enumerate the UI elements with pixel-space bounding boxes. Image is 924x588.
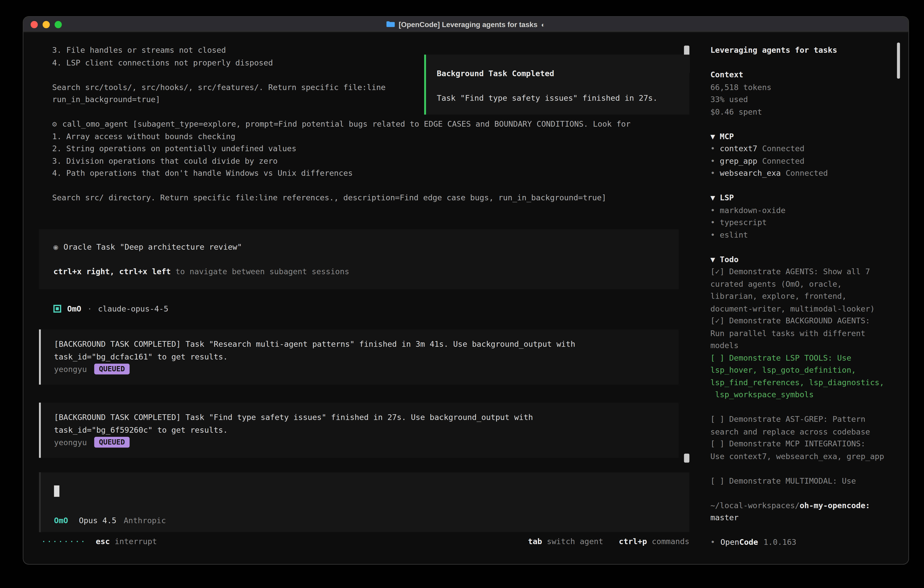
todo-line: search and replace across codebase — [710, 426, 896, 438]
message-list: [BACKGROUND TASK COMPLETED] Task "Resear… — [39, 329, 679, 458]
todo-line: lsp_workspace_symbols — [710, 389, 896, 401]
todo-line: [ ] Demonstrate AST-GREP: Pattern — [710, 413, 896, 426]
main-pane: 3. File handles or streams not closed4. … — [23, 33, 701, 564]
todo-line: [ ] Demonstrate MCP INTEGRATIONS: — [710, 438, 896, 450]
input-meta-row: OmO Opus 4.5 Anthropic — [54, 516, 676, 525]
message-author: yeongyu — [54, 438, 87, 447]
minimize-button[interactable] — [43, 21, 50, 28]
todo-line: [ ] Demonstrate MULTIMODAL: Use — [710, 475, 896, 487]
esc-key-hint: esc — [96, 537, 110, 546]
background-task-message: [BACKGROUND TASK COMPLETED] Task "Find t… — [39, 403, 679, 458]
context-stat: 33% used — [710, 94, 896, 106]
todo-line — [710, 401, 896, 413]
message-line-1: [BACKGROUND TASK COMPLETED] Task "Find t… — [54, 411, 679, 424]
terminal-line: 4. Path operations that don't handle Win… — [52, 167, 701, 180]
todo-list: [✓] Demonstrate AGENTS: Show all 7curate… — [710, 266, 896, 487]
lsp-item: eslint — [710, 229, 896, 241]
lsp-list: markdown-oxidetypescripteslint — [710, 205, 896, 241]
input-provider: Anthropic — [124, 516, 166, 525]
mcp-list: context7Connectedgrep_appConnectedwebsea… — [710, 143, 896, 180]
separator-dot: · — [87, 304, 92, 314]
blank-line — [710, 487, 896, 500]
titlebar: [OpenCode] Leveraging agents for tasks ◐ — [23, 17, 908, 33]
todo-line: curated agents (OmO, oracle, — [710, 278, 896, 291]
queued-badge: QUEUED — [94, 364, 130, 375]
background-task-message: [BACKGROUND TASK COMPLETED] Task "Resear… — [39, 329, 679, 385]
blank-line — [710, 57, 896, 69]
esc-key-label: interrupt — [115, 537, 157, 546]
sidebar: Leveraging agents for tasks Context 66,5… — [701, 33, 908, 564]
toast-title: Background Task Completed — [437, 68, 690, 80]
terminal-line: 2. String operations on potentially unde… — [52, 143, 701, 155]
agent-icon — [53, 305, 61, 313]
task-completed-toast: Background Task Completed Task "Find typ… — [424, 55, 690, 115]
todo-line: document-writer, multimodal-looker) — [710, 303, 896, 315]
todo-line: librarian, explore, frontend, — [710, 291, 896, 303]
close-button[interactable] — [31, 21, 38, 28]
terminal-line: 3. Division operations that could divide… — [52, 155, 701, 167]
input-model: Opus 4.5 — [79, 516, 116, 525]
text-cursor — [54, 486, 59, 497]
git-branch: master — [710, 512, 896, 524]
context-heading: Context — [710, 69, 896, 81]
lsp-section-heading[interactable]: ▼ LSP — [710, 192, 896, 204]
navigation-hint: ctrl+x right, ctrl+x left to navigate be… — [53, 266, 679, 278]
blank-line — [437, 80, 690, 92]
message-line-2: task_id="bg_6f59260c" to get results. — [54, 424, 679, 436]
message-line-1: [BACKGROUND TASK COMPLETED] Task "Resear… — [54, 339, 679, 351]
statusbar: ········ esc interrupt tab switch agent … — [41, 535, 690, 548]
input-agent-name: OmO — [54, 516, 68, 525]
todo-line: [✓] Demonstrate AGENTS: Show all 7 — [710, 266, 896, 278]
context-stat: $0.46 spent — [710, 106, 896, 118]
workspace-path: ~/local-workspaces/oh-my-opencode: — [710, 500, 896, 512]
mcp-item: grep_appConnected — [710, 155, 896, 167]
todo-line: [ ] Demonstrate LSP TOOLS: Use — [710, 352, 896, 364]
recording-indicator-icon: ◐ — [541, 21, 545, 28]
todo-line: lsp_find_references, lsp_diagnostics, — [710, 377, 896, 389]
todo-line: lsp_hover, lsp_goto_definition, — [710, 364, 896, 377]
message-line-2: task_id="bg_dcfac161" to get results. — [54, 351, 679, 363]
opencode-version: •OpenCode1.0.163 — [710, 537, 896, 549]
workspace-path-name: oh-my-opencode: — [800, 501, 870, 510]
mcp-section-heading[interactable]: ▼ MCP — [710, 130, 896, 143]
context-stat: 66,518 tokens — [710, 81, 896, 94]
gear-icon: ⚙ — [52, 119, 57, 129]
terminal-window: [OpenCode] Leveraging agents for tasks ◐… — [23, 16, 909, 565]
terminal-line: Search src/ directory. Return specific f… — [52, 192, 701, 204]
message-meta: yeongyu QUEUED — [54, 436, 679, 448]
terminal-line: 1. Array access without bounds checking — [52, 130, 701, 143]
blank-line — [710, 524, 896, 537]
context-stats: 66,518 tokens33% used$0.46 spent — [710, 81, 896, 118]
todo-section-heading[interactable]: ▼ Todo — [710, 254, 896, 266]
blank-line — [710, 180, 896, 192]
todo-line: Run parallel tasks with different — [710, 327, 896, 340]
tool-call-header: ⚙call_omo_agent [subagent_type=explore, … — [52, 118, 701, 130]
lsp-item: typescript — [710, 217, 896, 229]
agent-session-header: OmO · claude-opus-4-5 — [53, 303, 701, 315]
hint-text: to navigate between subagent sessions — [171, 267, 349, 276]
agent-model: claude-opus-4-5 — [98, 304, 168, 314]
spinner-dots: ········ — [41, 537, 86, 546]
zoom-button[interactable] — [54, 21, 62, 28]
tool-call-header-text: call_omo_agent [subagent_type=explore, p… — [62, 119, 630, 129]
tab-key-hint: tab — [528, 537, 542, 546]
brand-code: Code — [739, 537, 758, 549]
todo-line: [✓] Demonstrate BACKGROUND AGENTS: — [710, 315, 896, 327]
main-scrollbar-thumb-lower[interactable] — [684, 454, 690, 463]
window-content: 3. File handles or streams not closed4. … — [23, 33, 908, 564]
queued-badge: QUEUED — [94, 437, 130, 448]
blank-line — [710, 241, 896, 254]
blank-line — [710, 118, 896, 130]
sidebar-scrollbar-thumb[interactable] — [897, 43, 900, 78]
window-controls — [31, 17, 62, 32]
session-title: Leveraging agents for tasks — [710, 45, 896, 57]
window-title-text: [OpenCode] Leveraging agents for tasks — [399, 20, 538, 28]
todo-line: models — [710, 340, 896, 352]
todo-line: Use context7, websearch_exa, grep_app — [710, 450, 896, 462]
message-author: yeongyu — [54, 365, 87, 374]
tab-key-label: switch agent — [547, 537, 603, 546]
window-title: [OpenCode] Leveraging agents for tasks ◐ — [387, 20, 545, 28]
prompt-input[interactable]: OmO Opus 4.5 Anthropic — [39, 472, 690, 532]
version-number: 1.0.163 — [764, 537, 797, 549]
agent-name: OmO — [67, 304, 81, 314]
